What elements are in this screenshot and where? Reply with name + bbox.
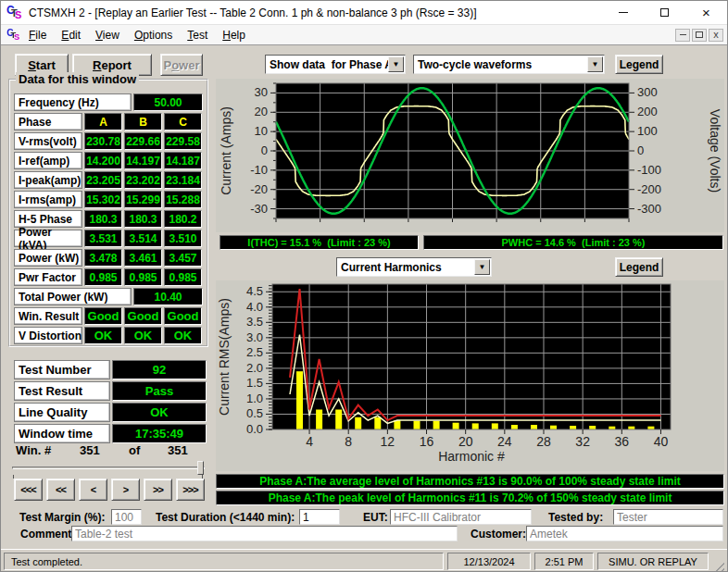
app-icon: CTS [6, 6, 22, 20]
app-window: CTS CTSMXH 2 - [Replay an Earlier Test -… [0, 0, 728, 572]
value-cell: OK [164, 327, 202, 344]
value-cell: 229.66 [124, 132, 162, 150]
svg-text:4: 4 [306, 434, 313, 449]
customer-input[interactable] [526, 526, 723, 541]
value-cell: 3.461 [124, 249, 162, 267]
menu-file[interactable]: File [21, 26, 54, 44]
value-cell: 50.00 [133, 93, 203, 111]
svg-text:-10: -10 [250, 163, 268, 177]
svg-text:3.5: 3.5 [246, 315, 263, 329]
menu-options[interactable]: Options [127, 26, 180, 44]
svg-text:3.0: 3.0 [246, 330, 263, 344]
table-row: Power (kVA)3.5313.5143.510 [14, 230, 203, 247]
svg-text:24: 24 [497, 434, 512, 449]
harmonics-view-select[interactable]: Current Harmonics ▼ [336, 257, 492, 277]
row-label: Pwr Factor [14, 268, 82, 286]
svg-text:20: 20 [255, 105, 268, 118]
svg-text:2.0: 2.0 [246, 361, 263, 375]
mdi-close-icon: x [713, 30, 719, 40]
table-row: Pwr Factor0.9850.9850.985 [14, 268, 203, 286]
row-label: I-peak(amp) [14, 171, 82, 189]
row-label: Phase [14, 113, 82, 131]
row-label: I-rms(amp) [14, 191, 82, 208]
win-of-label: of [129, 443, 140, 457]
svg-text:Current RMS(Amps): Current RMS(Amps) [217, 298, 232, 416]
test-margin-label: Test Margin (%): [19, 511, 105, 524]
waveform-chart: 3020100-10-20-303002001000-100-200-300Cu… [216, 79, 724, 232]
eut-input[interactable] [390, 509, 532, 525]
eut-label: EUT: [363, 511, 388, 524]
svg-text:8: 8 [345, 434, 352, 449]
harmonic-average-message: Phase A:The average level of Harmonics #… [216, 474, 724, 489]
value-cell: 14.200 [84, 152, 122, 169]
svg-text:20: 20 [458, 434, 473, 449]
row-label: Frequency (Hz) [14, 93, 132, 111]
thc-readout: I(THC) = 15.1 % (Limit : 23 %) [220, 235, 419, 250]
value-cell: 14.197 [124, 152, 162, 169]
harmonics-chart: 0.00.51.01.52.02.53.03.54.04.54812162024… [216, 280, 724, 471]
nav-button-1[interactable]: << [46, 479, 75, 501]
nav-button-0[interactable]: <<< [14, 479, 43, 501]
test-duration-input[interactable] [299, 509, 340, 525]
svg-text:0: 0 [637, 143, 644, 157]
document-icon[interactable]: CTS [6, 29, 19, 42]
window-slider-thumb[interactable] [197, 461, 204, 475]
menu-view[interactable]: View [88, 26, 127, 44]
value-cell: 15.299 [124, 191, 162, 208]
svg-text:300: 300 [637, 85, 658, 99]
svg-text:-20: -20 [250, 182, 268, 196]
value-cell: 0.985 [84, 268, 122, 286]
status-mode: SIMU. OR REPLAY [597, 553, 709, 570]
pwhc-readout: PWHC = 14.6 % (Limit : 23 %) [423, 235, 723, 250]
waveform-svg: 3020100-10-20-303002001000-100-200-300Cu… [216, 79, 724, 232]
nav-button-5[interactable]: >>> [176, 479, 205, 501]
chevron-down-icon[interactable]: ▼ [587, 56, 603, 72]
svg-text:30: 30 [255, 85, 268, 99]
comment-input[interactable] [71, 526, 458, 541]
legend-button-waveform[interactable]: Legend [615, 55, 663, 74]
nav-button-3[interactable]: > [111, 479, 140, 501]
table-row: Total Power (kW)10.40 [14, 288, 203, 305]
value-cell: 180.3 [84, 210, 122, 228]
value-cell: OK [84, 327, 122, 344]
test-margin-input[interactable] [111, 509, 142, 525]
menu-test[interactable]: Test [180, 26, 215, 44]
value-cell: 23.202 [124, 171, 162, 189]
test-info-label: Window time [14, 424, 110, 443]
value-cell: 3.531 [84, 230, 122, 247]
test-info-label: Test Number [14, 360, 110, 379]
mdi-restore-button[interactable] [692, 29, 707, 42]
mdi-close-button[interactable]: x [709, 29, 723, 42]
chevron-down-icon[interactable]: ▼ [474, 259, 490, 275]
svg-text:1.5: 1.5 [246, 376, 263, 390]
table-row: Power (kW)3.4783.4613.457 [14, 249, 203, 267]
window-slider-track[interactable] [12, 466, 205, 469]
svg-text:0.5: 0.5 [246, 406, 263, 420]
tested-by-input[interactable] [613, 509, 723, 525]
table-row: I-rms(amp)15.30215.29915.288 [14, 191, 203, 208]
svg-text:-30: -30 [250, 202, 268, 216]
test-info-label: Test Result [14, 381, 110, 401]
close-icon: × [702, 6, 710, 19]
resize-grip[interactable] [712, 559, 724, 571]
menu-help[interactable]: Help [215, 26, 253, 44]
svg-text:2.5: 2.5 [246, 345, 263, 359]
chevron-down-icon[interactable]: ▼ [388, 56, 404, 72]
test-info-value: 17:35:49 [112, 424, 207, 443]
legend-button-harmonics[interactable]: Legend [615, 257, 663, 277]
menu-edit[interactable]: Edit [54, 26, 88, 44]
minimize-button[interactable] [602, 1, 644, 24]
maximize-icon [660, 8, 669, 17]
nav-button-2[interactable]: < [79, 479, 107, 501]
win-number-label: Win. # [16, 443, 51, 457]
nav-button-4[interactable]: >> [144, 479, 172, 501]
phase-select[interactable]: Show data for Phase A ▼ [265, 55, 406, 74]
row-label: Total Power (kW) [14, 288, 132, 305]
tested-by-label: Tested by: [548, 511, 603, 524]
customer-label: Customer: [471, 528, 526, 541]
mdi-minimize-button[interactable] [675, 29, 690, 42]
maximize-button[interactable] [644, 1, 685, 24]
close-button[interactable]: × [685, 1, 727, 24]
table-row: I-peak(amp)23.20523.20223.184 [14, 171, 203, 189]
waveform-view-select[interactable]: Two-cycle waveforms ▼ [413, 55, 605, 74]
